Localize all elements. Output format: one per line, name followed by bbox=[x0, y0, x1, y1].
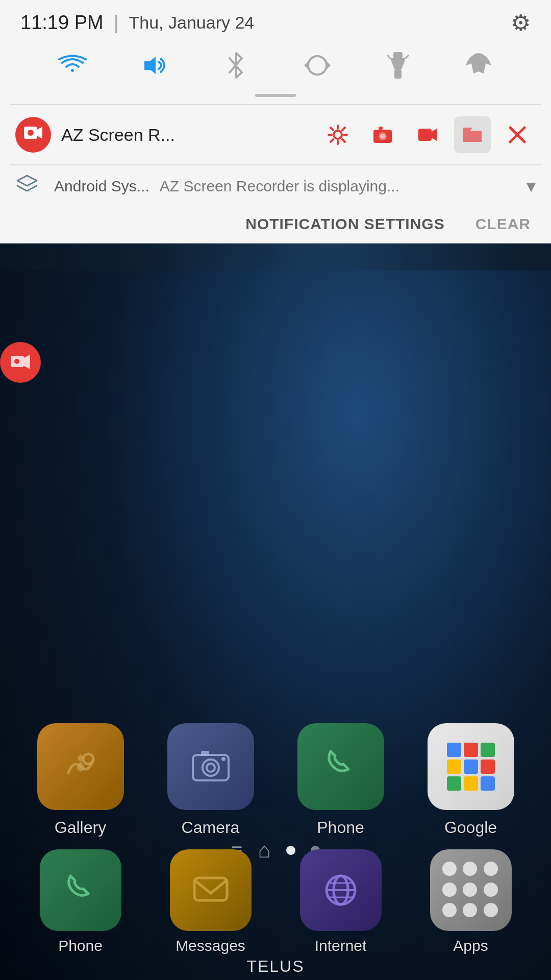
camera-icon bbox=[371, 124, 394, 146]
time-display: 11:19 PM bbox=[20, 12, 104, 34]
svg-line-7 bbox=[406, 55, 409, 58]
svg-line-6 bbox=[387, 55, 390, 58]
az-close-button[interactable] bbox=[499, 116, 536, 153]
status-bar: 11:19 PM | Thu, January 24 ⚙ bbox=[0, 0, 551, 41]
notification-settings-button[interactable]: NOTIFICATION SETTINGS bbox=[245, 215, 444, 233]
wifi-toggle[interactable] bbox=[58, 54, 87, 77]
az-app-name: AZ Screen R... bbox=[61, 125, 309, 145]
system-notif-text: Android Sys... AZ Screen Recorder is dis… bbox=[54, 178, 516, 195]
dock-internet-icon bbox=[300, 849, 382, 931]
close-icon bbox=[506, 124, 529, 146]
drag-handle-bar bbox=[255, 94, 296, 97]
drag-handle[interactable] bbox=[0, 90, 551, 104]
phone-app-item[interactable]: Phone bbox=[285, 723, 397, 837]
volume-toggle[interactable] bbox=[141, 54, 170, 77]
az-icon-svg bbox=[22, 121, 44, 144]
date-display: Thu, January 24 bbox=[129, 13, 255, 33]
dock-phone-icon bbox=[40, 849, 121, 931]
sync-toggle[interactable] bbox=[303, 51, 332, 80]
camera-app-item[interactable]: Camera bbox=[155, 723, 267, 837]
gallery-label: Gallery bbox=[55, 818, 106, 837]
internet-icon-svg bbox=[320, 870, 361, 911]
google-icon-bg bbox=[428, 723, 514, 810]
notification-panel: 11:19 PM | Thu, January 24 ⚙ bbox=[0, 0, 551, 243]
svg-point-24 bbox=[83, 754, 93, 764]
gallery-icon-svg bbox=[58, 744, 104, 790]
svg-point-26 bbox=[203, 760, 219, 776]
svg-point-14 bbox=[380, 134, 385, 139]
dock-internet-item[interactable]: Internet bbox=[285, 849, 397, 954]
wifi-icon bbox=[58, 54, 87, 77]
airplane-toggle[interactable] bbox=[464, 51, 493, 80]
dock-phone-item[interactable]: Phone bbox=[24, 849, 137, 954]
google-label: Google bbox=[444, 818, 497, 837]
svg-marker-22 bbox=[24, 355, 30, 369]
dock-messages-item[interactable]: Messages bbox=[155, 849, 267, 954]
svg-rect-16 bbox=[418, 129, 432, 141]
svg-point-29 bbox=[221, 757, 226, 761]
gallery-app-item[interactable]: Gallery bbox=[24, 723, 137, 837]
google-app-item[interactable]: Google bbox=[415, 723, 527, 837]
svg-rect-5 bbox=[394, 69, 402, 79]
svg-marker-17 bbox=[432, 129, 437, 141]
az-screenshot-button[interactable] bbox=[364, 116, 401, 153]
messages-icon-svg bbox=[190, 870, 231, 911]
camera-label: Camera bbox=[182, 818, 240, 837]
bluetooth-icon bbox=[224, 51, 248, 80]
svg-point-27 bbox=[207, 764, 215, 772]
camera-icon-bg bbox=[167, 723, 254, 810]
dock-apps-icon bbox=[430, 849, 512, 931]
video-icon bbox=[416, 124, 439, 146]
svg-rect-3 bbox=[393, 52, 403, 58]
layers-icon-svg bbox=[15, 174, 39, 197]
notification-clear-button[interactable]: CLEAR bbox=[475, 215, 531, 233]
system-notif-msg: AZ Screen Recorder is displaying... bbox=[160, 178, 399, 195]
svg-marker-4 bbox=[390, 58, 406, 69]
gallery-icon bbox=[37, 723, 124, 810]
volume-icon bbox=[141, 54, 170, 77]
dock-apps-label: Apps bbox=[453, 937, 488, 954]
az-floating-bubble[interactable] bbox=[0, 342, 41, 383]
phone-icon-svg bbox=[318, 744, 364, 790]
az-settings-button[interactable] bbox=[319, 116, 356, 153]
svg-marker-0 bbox=[144, 57, 156, 74]
status-bar-left: 11:19 PM | Thu, January 24 bbox=[20, 12, 254, 34]
bottom-dock: Phone Messages bbox=[0, 849, 551, 954]
svg-marker-2 bbox=[304, 61, 308, 69]
expand-icon[interactable]: ▾ bbox=[527, 176, 536, 197]
svg-marker-1 bbox=[327, 61, 331, 69]
svg-rect-15 bbox=[379, 127, 383, 130]
app-grid: Gallery Camera Phone bbox=[0, 723, 551, 837]
svg-marker-9 bbox=[37, 127, 42, 139]
layers-icon bbox=[15, 174, 39, 199]
svg-rect-30 bbox=[194, 878, 227, 900]
svg-rect-28 bbox=[201, 751, 209, 756]
flashlight-toggle[interactable] bbox=[386, 51, 410, 80]
phone-label: Phone bbox=[317, 818, 364, 837]
svg-marker-20 bbox=[17, 176, 37, 186]
flashlight-icon bbox=[386, 51, 410, 80]
gear-icon bbox=[327, 124, 349, 146]
carrier-text: TELUS bbox=[0, 957, 551, 976]
sync-icon bbox=[303, 51, 332, 80]
dock-phone-label: Phone bbox=[58, 937, 103, 954]
svg-point-11 bbox=[334, 131, 342, 139]
folder-icon bbox=[461, 124, 484, 146]
settings-icon[interactable]: ⚙ bbox=[511, 10, 531, 36]
az-record-button[interactable] bbox=[409, 116, 446, 153]
dock-messages-icon bbox=[170, 849, 252, 931]
homescreen: Gallery Camera Phone bbox=[0, 271, 551, 980]
az-float-icon bbox=[9, 351, 32, 374]
dock-apps-item[interactable]: Apps bbox=[415, 849, 527, 954]
airplane-icon bbox=[464, 51, 493, 80]
az-folder-button[interactable] bbox=[454, 116, 491, 153]
camera-icon-svg bbox=[188, 744, 234, 790]
phone-icon-bg bbox=[297, 723, 384, 810]
bluetooth-toggle[interactable] bbox=[224, 51, 248, 80]
dock-messages-label: Messages bbox=[176, 937, 245, 954]
system-app-name: Android Sys... bbox=[54, 178, 149, 195]
az-app-icon bbox=[15, 117, 51, 153]
system-notification-row: Android Sys... AZ Screen Recorder is dis… bbox=[0, 165, 551, 207]
notif-bottom-row: NOTIFICATION SETTINGS CLEAR bbox=[0, 207, 551, 243]
dock-internet-label: Internet bbox=[315, 937, 367, 954]
